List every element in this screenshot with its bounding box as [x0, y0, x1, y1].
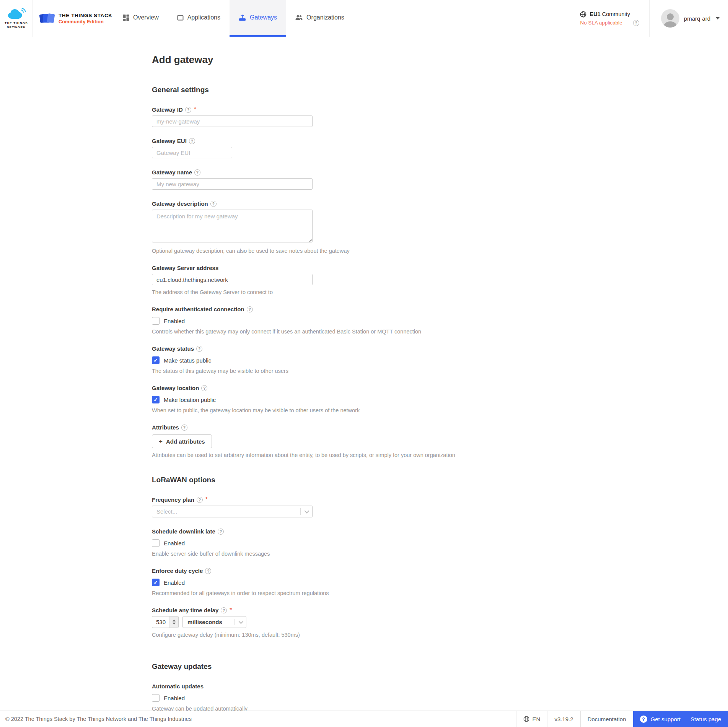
checkbox[interactable]: ✓ — [152, 694, 160, 702]
nav-tab-label: Overview — [133, 14, 159, 21]
help-icon[interactable]: ? — [247, 306, 253, 312]
get-support-link[interactable]: ? Get support — [640, 716, 681, 723]
checkbox-label: Make location public — [164, 397, 216, 403]
stack-wordmark: THE THINGS STACK Community Edition — [59, 13, 112, 24]
field-helper: The status of this gateway may be visibl… — [152, 368, 313, 374]
field-helper: Enable server-side buffer of downlink me… — [152, 551, 313, 557]
gateway-description-textarea[interactable] — [152, 210, 313, 242]
help-icon[interactable]: ? — [196, 346, 202, 352]
step-up-icon[interactable] — [173, 620, 176, 621]
gateway-server-address-input[interactable] — [152, 274, 313, 285]
stepper-arrows[interactable] — [169, 616, 178, 628]
require-authenticated-connection-checkbox-row[interactable]: ✓ Enabled — [152, 317, 313, 325]
help-icon[interactable]: ? — [197, 497, 203, 503]
field-label: Automatic updates — [152, 683, 204, 690]
chevron-down-icon — [716, 17, 720, 20]
field-gateway-server-address: Gateway Server address The address of th… — [152, 265, 313, 295]
field-helper: Attributes can be used to set arbitrary … — [152, 452, 313, 458]
things-stack-logo[interactable]: THE THINGS STACK Community Edition — [33, 0, 108, 37]
step-down-icon[interactable] — [173, 623, 176, 625]
language-label: EN — [533, 716, 541, 722]
gateway-status-checkbox-row[interactable]: ✓ Make status public — [152, 356, 313, 364]
help-icon[interactable]: ? — [210, 201, 217, 207]
stack-logo-icon — [39, 11, 55, 25]
help-icon[interactable]: ? — [218, 529, 224, 535]
gateway-id-input[interactable] — [152, 115, 313, 127]
checkbox[interactable]: ✓ — [152, 579, 160, 586]
help-icon: ? — [640, 716, 647, 723]
enforce-duty-cycle-checkbox-row[interactable]: ✓ Enabled — [152, 579, 313, 586]
checkbox-label: Enabled — [164, 695, 185, 701]
help-icon[interactable]: ? — [201, 385, 207, 391]
automatic-updates-checkbox-row[interactable]: ✓ Enabled — [152, 694, 313, 702]
field-gateway-name: Gateway name ? — [152, 169, 313, 190]
help-icon[interactable]: ? — [205, 568, 211, 574]
cloud-logo-icon — [7, 7, 26, 20]
field-helper: The address of the Gateway Server to con… — [152, 289, 313, 295]
nav-tab-label: Organizations — [306, 14, 344, 21]
field-schedule-any-time-delay: Schedule any time delay ? * milliseconds… — [152, 607, 313, 638]
gateway-name-input[interactable] — [152, 178, 313, 190]
nav-tab-overview[interactable]: Overview — [114, 0, 168, 37]
page-footer: © 2022 The Things Stack by The Things Ne… — [0, 711, 728, 727]
help-icon[interactable]: ? — [185, 107, 191, 113]
avatar — [661, 9, 679, 28]
checkbox-label: Make status public — [164, 357, 211, 364]
add-gateway-form: Add gateway General settings Gateway ID … — [0, 54, 728, 727]
field-gateway-eui: Gateway EUI ? — [152, 138, 313, 158]
nav-tab-label: Gateways — [250, 14, 277, 21]
top-header: THE THINGS NETWORK THE THINGS STACK Comm… — [0, 0, 728, 37]
field-helper: Optional gateway description; can also b… — [152, 248, 313, 254]
documentation-link[interactable]: Documentation — [580, 711, 633, 727]
field-gateway-description: Gateway description ? Optional gateway d… — [152, 200, 313, 254]
field-label: Gateway ID — [152, 106, 183, 113]
people-icon — [295, 15, 303, 21]
field-frequency-plan: Frequency plan ? * Select... — [152, 496, 313, 517]
cluster-name: EU1 Community — [590, 11, 630, 17]
help-icon[interactable]: ? — [181, 424, 187, 431]
schedule-downlink-late-checkbox-row[interactable]: ✓ Enabled — [152, 539, 313, 547]
frequency-plan-select[interactable]: Select... — [152, 506, 313, 517]
field-require-authenticated-connection: Require authenticated connection ? ✓ Ena… — [152, 306, 313, 335]
required-asterisk: * — [230, 606, 232, 613]
user-menu[interactable]: pmarq-ard — [650, 0, 728, 37]
checkbox[interactable]: ✓ — [152, 539, 160, 547]
things-network-logo[interactable]: THE THINGS NETWORK — [0, 0, 33, 37]
delay-unit-select[interactable]: milliseconds — [182, 616, 246, 628]
field-label: Gateway description — [152, 200, 208, 207]
nav-tab-gateways[interactable]: Gateways — [230, 0, 286, 37]
field-schedule-downlink-late: Schedule downlink late ? ✓ Enabled Enabl… — [152, 528, 313, 557]
gateway-eui-input[interactable] — [152, 147, 232, 158]
checkbox-label: Enabled — [164, 318, 185, 324]
field-label: Frequency plan — [152, 496, 194, 503]
add-attributes-button[interactable]: + Add attributes — [152, 434, 212, 448]
checkbox[interactable]: ✓ — [152, 396, 160, 403]
field-label: Gateway Server address — [152, 265, 218, 271]
add-gateway-page: { "ui": { "required_marker": "*", "check… — [0, 0, 728, 727]
field-label: Gateway status — [152, 345, 194, 352]
language-selector[interactable]: EN — [516, 711, 547, 727]
globe-icon — [580, 11, 586, 18]
chevron-down-icon — [239, 619, 244, 624]
field-helper: Controls whether this gateway may only c… — [152, 329, 313, 335]
delay-number-stepper — [152, 616, 179, 628]
chevron-down-icon — [305, 509, 309, 514]
globe-icon — [523, 716, 529, 722]
checkbox[interactable]: ✓ — [152, 356, 160, 364]
footer-support-area: ? Get support Status page — [633, 711, 728, 727]
cluster-info: EU1 Community No SLA applicable ? — [580, 0, 649, 37]
sla-help-icon[interactable]: ? — [633, 20, 639, 26]
help-icon[interactable]: ? — [189, 138, 195, 144]
required-asterisk: * — [205, 496, 208, 502]
help-icon[interactable]: ? — [221, 607, 227, 613]
checkbox[interactable]: ✓ — [152, 317, 160, 325]
field-automatic-updates: Automatic updates ✓ Enabled Gateway can … — [152, 683, 313, 712]
help-icon[interactable]: ? — [194, 169, 200, 176]
select-divider — [235, 619, 235, 625]
gateway-location-checkbox-row[interactable]: ✓ Make location public — [152, 396, 313, 403]
nav-tab-applications[interactable]: Applications — [168, 0, 230, 37]
grid-icon — [123, 15, 129, 21]
nav-tab-organizations[interactable]: Organizations — [286, 0, 353, 37]
status-page-link[interactable]: Status page — [691, 716, 721, 722]
select-placeholder: Select... — [156, 508, 300, 515]
